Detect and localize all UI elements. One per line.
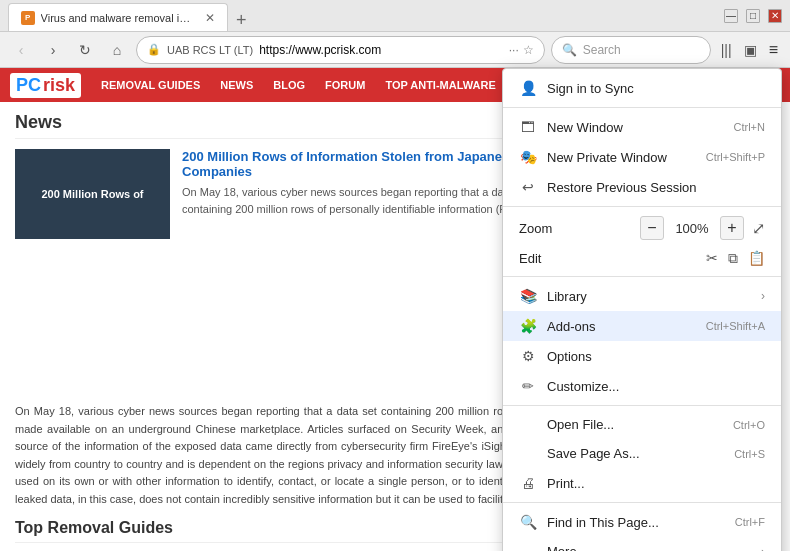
sign-in-icon: 👤: [519, 80, 537, 96]
featured-article-left: 200 Million Rows of: [15, 149, 170, 393]
menu-item-find[interactable]: 🔍 Find in This Page... Ctrl+F: [503, 507, 781, 537]
url-origin: UAB RCS LT (LT): [167, 44, 253, 56]
zoom-label: Zoom: [519, 221, 632, 236]
print-icon: 🖨: [519, 475, 537, 491]
address-bar[interactable]: 🔒 UAB RCS LT (LT) https://www.pcrisk.com…: [136, 36, 545, 64]
maximize-button[interactable]: □: [746, 9, 760, 23]
search-placeholder: Search: [583, 43, 621, 57]
minimize-button[interactable]: —: [724, 9, 738, 23]
hamburger-menu-button[interactable]: ≡: [765, 37, 782, 63]
paste-icon[interactable]: 📋: [748, 250, 765, 267]
menu-label-save-page: Save Page As...: [547, 446, 640, 461]
menu-item-new-private[interactable]: 🎭 New Private Window Ctrl+Shift+P: [503, 142, 781, 172]
menu-item-restore-session[interactable]: ↩ Restore Previous Session: [503, 172, 781, 202]
shortcut-open-file: Ctrl+O: [733, 419, 765, 431]
menu-label-more: More: [547, 544, 577, 551]
tab-title: Virus and malware removal ins...: [41, 12, 195, 24]
shortcut-new-window: Ctrl+N: [734, 121, 765, 133]
menu-item-print[interactable]: 🖨 Print...: [503, 468, 781, 498]
menu-item-addons[interactable]: 🧩 Add-ons Ctrl+Shift+A: [503, 311, 781, 341]
window-controls: — □ ✕: [724, 9, 782, 23]
more-icon[interactable]: ···: [509, 43, 519, 57]
zoom-row: Zoom − 100% + ⤢: [503, 211, 781, 245]
cut-icon[interactable]: ✂: [706, 250, 718, 267]
browser-toolbar: ‹ › ↻ ⌂ 🔒 UAB RCS LT (LT) https://www.pc…: [0, 32, 790, 68]
nav-removal-guides[interactable]: REMOVAL GUIDES: [91, 68, 210, 102]
lock-icon: 🔒: [147, 43, 161, 56]
toolbar-right-icons: ||| ▣ ≡: [717, 37, 782, 63]
menu-item-save-page[interactable]: Save Page As... Ctrl+S: [503, 439, 781, 468]
site-logo[interactable]: PCrisk: [10, 73, 81, 98]
shortcut-save-page: Ctrl+S: [734, 448, 765, 460]
nav-top-antimalware[interactable]: TOP ANTI-MALWARE: [375, 68, 505, 102]
search-icon: 🔍: [562, 43, 577, 57]
titlebar: P Virus and malware removal ins... ✕ + —…: [0, 0, 790, 32]
home-button[interactable]: ⌂: [104, 37, 130, 63]
menu-label-open-file: Open File...: [547, 417, 614, 432]
nav-blog[interactable]: BLOG: [263, 68, 315, 102]
new-window-icon: 🗔: [519, 119, 537, 135]
shortcut-new-private: Ctrl+Shift+P: [706, 151, 765, 163]
new-tab-button[interactable]: +: [228, 10, 255, 31]
edit-label: Edit: [519, 251, 698, 266]
restore-session-icon: ↩: [519, 179, 537, 195]
menu-label-print: Print...: [547, 476, 585, 491]
menu-label-library: Library: [547, 289, 587, 304]
menu-divider-5: [503, 502, 781, 503]
menu-item-options[interactable]: ⚙ Options: [503, 341, 781, 371]
menu-label-new-private: New Private Window: [547, 150, 667, 165]
tab-close-button[interactable]: ✕: [205, 11, 215, 25]
menu-label-sign-in: Sign in to Sync: [547, 81, 634, 96]
menu-label-find: Find in This Page...: [547, 515, 659, 530]
edit-row: Edit ✂ ⧉ 📋: [503, 245, 781, 272]
tab-bar: P Virus and malware removal ins... ✕ +: [8, 0, 716, 31]
menu-label-options: Options: [547, 349, 592, 364]
featured-image: 200 Million Rows of: [15, 149, 170, 239]
menu-item-customize[interactable]: ✏ Customize...: [503, 371, 781, 401]
menu-item-open-file[interactable]: Open File... Ctrl+O: [503, 410, 781, 439]
search-bar[interactable]: 🔍 Search: [551, 36, 711, 64]
edit-icons: ✂ ⧉ 📋: [706, 250, 765, 267]
menu-label-addons: Add-ons: [547, 319, 595, 334]
zoom-in-button[interactable]: +: [720, 216, 744, 240]
private-window-icon: 🎭: [519, 149, 537, 165]
reload-button[interactable]: ↻: [72, 37, 98, 63]
menu-item-more[interactable]: More ›: [503, 537, 781, 551]
menu-divider-1: [503, 107, 781, 108]
shortcut-addons: Ctrl+Shift+A: [706, 320, 765, 332]
library-icon[interactable]: |||: [717, 38, 736, 62]
back-button[interactable]: ‹: [8, 37, 34, 63]
logo-pc: PC: [16, 75, 41, 96]
menu-divider-2: [503, 206, 781, 207]
zoom-expand-icon[interactable]: ⤢: [752, 219, 765, 238]
shortcut-find: Ctrl+F: [735, 516, 765, 528]
tab-favicon: P: [21, 11, 35, 25]
more-arrow: ›: [761, 545, 765, 552]
bookmark-icon[interactable]: ☆: [523, 43, 534, 57]
library-icon: 📚: [519, 288, 537, 304]
active-tab[interactable]: P Virus and malware removal ins... ✕: [8, 3, 228, 31]
forward-button[interactable]: ›: [40, 37, 66, 63]
zoom-percentage: 100%: [672, 221, 712, 236]
hamburger-dropdown-menu: 👤 Sign in to Sync 🗔 New Window Ctrl+N 🎭 …: [502, 68, 782, 551]
logo-risk: risk: [43, 75, 75, 96]
menu-item-sign-in[interactable]: 👤 Sign in to Sync: [503, 73, 781, 103]
options-icon: ⚙: [519, 348, 537, 364]
library-arrow: ›: [761, 289, 765, 303]
close-button[interactable]: ✕: [768, 9, 782, 23]
sidebar-icon[interactable]: ▣: [740, 38, 761, 62]
menu-item-new-window[interactable]: 🗔 New Window Ctrl+N: [503, 112, 781, 142]
zoom-out-button[interactable]: −: [640, 216, 664, 240]
copy-icon[interactable]: ⧉: [728, 250, 738, 267]
menu-divider-3: [503, 276, 781, 277]
address-bar-icons: ··· ☆: [509, 43, 534, 57]
nav-news[interactable]: NEWS: [210, 68, 263, 102]
find-icon: 🔍: [519, 514, 537, 530]
menu-label-new-window: New Window: [547, 120, 623, 135]
menu-item-library[interactable]: 📚 Library ›: [503, 281, 781, 311]
url-text: https://www.pcrisk.com: [259, 43, 503, 57]
customize-icon: ✏: [519, 378, 537, 394]
menu-label-restore-session: Restore Previous Session: [547, 180, 697, 195]
nav-forum[interactable]: FORUM: [315, 68, 375, 102]
menu-divider-4: [503, 405, 781, 406]
